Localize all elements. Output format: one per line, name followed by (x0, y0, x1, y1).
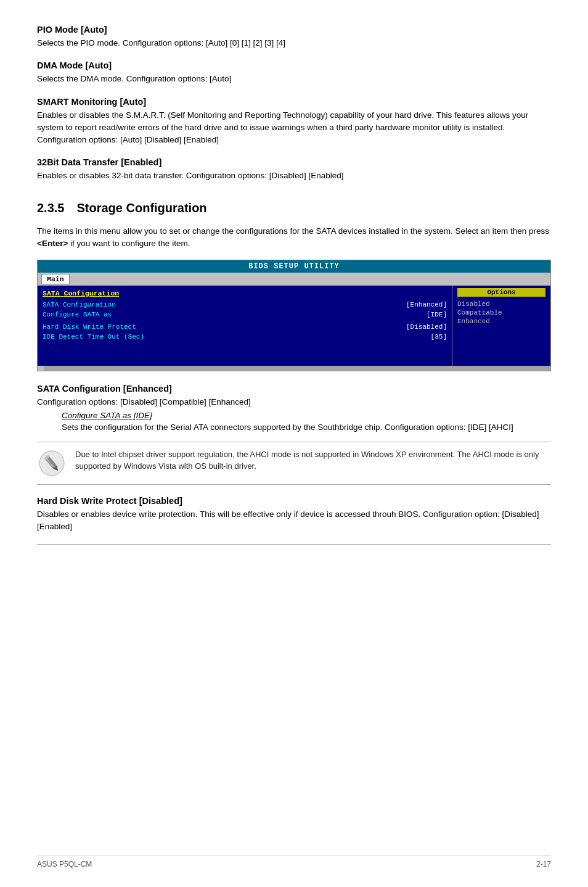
hard-disk-write-protect-title: Hard Disk Write Protect [Disabled] (37, 496, 551, 506)
configure-sata-subbody: Sets the configuration for the Serial AT… (62, 421, 551, 434)
bios-ui-box: BIOS SETUP UTILITY Main SATA Configurati… (37, 260, 551, 371)
32bit-body: Enables or disables 32-bit data transfer… (37, 170, 551, 182)
storage-config-section: 2.3.5 Storage Configuration The items in… (37, 195, 551, 372)
32bit-section: 32Bit Data Transfer [Enabled] Enables or… (37, 157, 551, 182)
bios-left-title: SATA Configuration (43, 289, 447, 297)
bios-body: SATA Configuration SATA Configuration [E… (38, 286, 550, 366)
configure-sata-subtitle: Configure SATA as [IDE] (62, 411, 551, 420)
dma-mode-title: DMA Mode [Auto] (37, 60, 551, 70)
bios-option-2: Enhanced (457, 318, 545, 325)
note-box: Due to Intel chipset driver support regu… (37, 442, 551, 485)
bios-label-3: IDE Detect Time Out (Sec) (43, 333, 144, 340)
bios-value-1: [IDE] (427, 311, 447, 318)
bios-row-3: IDE Detect Time Out (Sec) [35] (43, 333, 447, 340)
32bit-title: 32Bit Data Transfer [Enabled] (37, 157, 551, 167)
bios-value-0: [Enhanced] (406, 301, 447, 308)
bios-left-panel: SATA Configuration SATA Configuration [E… (38, 286, 452, 366)
bios-header: BIOS SETUP UTILITY (38, 260, 550, 273)
bios-label-0: SATA Configuration (43, 301, 116, 308)
pencil-icon (38, 450, 65, 477)
bios-tab-bar: Main (38, 273, 550, 286)
hard-disk-write-protect-section: Hard Disk Write Protect [Disabled] Disab… (37, 496, 551, 534)
sata-config-body: Configuration options: [Disabled] [Compa… (37, 396, 551, 408)
pio-mode-title: PIO Mode [Auto] (37, 25, 551, 35)
bios-value-2: [Disabled] (406, 323, 447, 331)
bios-row-1: Configure SATA as [IDE] (43, 311, 447, 318)
smart-monitoring-title: SMART Monitoring [Auto] (37, 97, 551, 107)
section-number: 2.3.5 (37, 201, 64, 215)
note-text: Due to Intel chipset driver support regu… (75, 448, 551, 472)
sata-config-section: SATA Configuration [Enhanced] Configurat… (37, 384, 551, 485)
pio-mode-body: Selects the PIO mode. Configuration opti… (37, 37, 551, 49)
storage-intro: The items in this menu allow you to set … (37, 225, 551, 250)
bios-right-panel: Options Disabled Compatiable Enhanced (452, 286, 550, 366)
bios-option-0: Disabled (457, 300, 545, 308)
bios-shadow-inner (44, 366, 550, 371)
footer-right: 2-17 (536, 860, 551, 868)
smart-monitoring-section: SMART Monitoring [Auto] Enables or disab… (37, 97, 551, 147)
sata-config-title: SATA Configuration [Enhanced] (37, 384, 551, 394)
section-title: Storage Configuration (76, 201, 206, 215)
footer: ASUS P5QL-CM 2-17 (37, 856, 551, 868)
bios-shadow (38, 366, 550, 371)
bios-label-2: Hard Disk Write Protect (43, 323, 136, 331)
bios-row-2: Hard Disk Write Protect [Disabled] (43, 323, 447, 331)
bios-options-title: Options (457, 288, 545, 297)
bios-row-0: SATA Configuration [Enhanced] (43, 301, 447, 308)
note-icon (37, 448, 67, 478)
bottom-divider (37, 544, 551, 545)
bios-tab-main: Main (41, 274, 70, 284)
bios-value-3: [35] (431, 333, 447, 340)
dma-mode-section: DMA Mode [Auto] Selects the DMA mode. Co… (37, 60, 551, 85)
bios-label-1: Configure SATA as (43, 311, 112, 318)
hard-disk-write-protect-body: Disables or enables device write protect… (37, 508, 551, 534)
smart-monitoring-body: Enables or disables the S.M.A.R.T. (Self… (37, 109, 551, 147)
pio-mode-section: PIO Mode [Auto] Selects the PIO mode. Co… (37, 25, 551, 49)
dma-mode-body: Selects the DMA mode. Configuration opti… (37, 73, 551, 85)
footer-left: ASUS P5QL-CM (37, 860, 92, 868)
bios-option-1: Compatiable (457, 309, 545, 316)
